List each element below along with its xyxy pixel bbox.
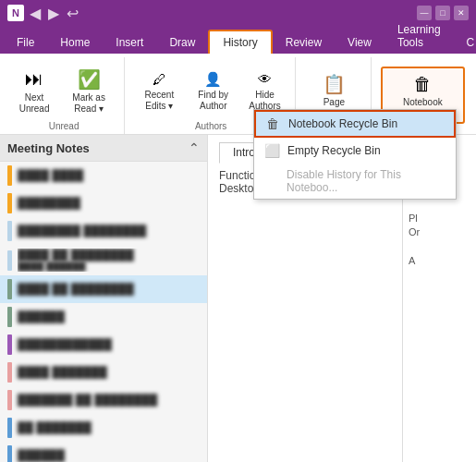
sidebar-item-10-color — [7, 418, 12, 438]
sidebar-item-1[interactable]: ████ ████ — [0, 162, 207, 189]
sidebar-item-8[interactable]: ████ ███████ — [0, 359, 207, 386]
mark-as-read-label: Mark as Read ▾ — [66, 92, 112, 115]
quick-access-btn[interactable]: ↩ — [67, 5, 79, 22]
find-by-author-icon: 👤 — [203, 69, 224, 90]
sidebar-item-5-text: ████ ██ ████████ — [18, 283, 200, 296]
sidebar-item-4-sub: ████ ██████ — [18, 261, 200, 272]
dropdown-recycle-bin-icon: 🗑 — [264, 116, 281, 132]
sidebar-item-6-text: ██████ — [18, 310, 200, 323]
sidebar-item-6[interactable]: ██████ — [0, 303, 207, 331]
dropdown-empty-recycle-bin[interactable]: ⬜ Empty Recycle Bin — [254, 138, 456, 164]
back-btn[interactable]: ◀ — [30, 5, 41, 22]
sidebar-item-11[interactable]: ██████ — [0, 442, 207, 462]
mark-as-read-icon: ✅ — [76, 67, 102, 92]
sidebar-item-2-color — [7, 193, 12, 213]
sidebar-item-9-color — [7, 390, 12, 410]
tab-learningtools[interactable]: Learning Tools — [384, 18, 454, 54]
title-bar-nav: ◀ ▶ ↩ — [30, 5, 79, 22]
sidebar-item-8-color — [7, 362, 12, 383]
hide-authors-button[interactable]: 👁 Hide Authors — [242, 67, 287, 114]
sidebar-item-9[interactable]: ███████ ██ ████████ — [0, 386, 207, 414]
sidebar-item-2[interactable]: ████████ — [0, 189, 207, 217]
next-unread-icon: ⏭ — [21, 67, 47, 92]
ribbon-group-unread: ⏭ Next Unread ✅ Mark as Read ▾ Unread — [4, 57, 125, 134]
tab-insert[interactable]: Insert — [103, 31, 156, 54]
find-by-author-label: Find by Author — [192, 90, 235, 112]
sidebar-item-4-text: ████ ██ ████████ — [18, 249, 200, 261]
mark-as-read-button[interactable]: ✅ Mark as Read ▾ — [61, 64, 116, 117]
sidebar-item-5[interactable]: ████ ██ ████████ — [0, 275, 207, 303]
app-icon: N — [7, 5, 24, 21]
unread-group-label: Unread — [49, 119, 79, 134]
authors-group-label: Authors — [195, 119, 226, 134]
right-panel-line-4: Pl — [409, 212, 470, 225]
forward-btn[interactable]: ▶ — [48, 5, 59, 22]
sidebar-item-2-text: ████████ — [18, 197, 200, 210]
dropdown-empty-label: Empty Recycle Bin — [287, 144, 381, 157]
sidebar-item-10[interactable]: ██ ███████ — [0, 414, 207, 442]
sidebar-item-8-text: ████ ███████ — [18, 366, 200, 379]
sidebar-title: Meeting Notes — [7, 141, 185, 155]
find-by-author-button[interactable]: 👤 Find by Author — [189, 67, 238, 114]
recent-edits-button[interactable]: 🖊 Recent Edits ▾ — [134, 67, 184, 114]
tab-file[interactable]: File — [4, 31, 47, 54]
sidebar-item-7[interactable]: ████████████ — [0, 331, 207, 359]
notebook-recycle-bin-icon: 🗑 — [409, 71, 435, 97]
next-unread-label: Next Unread — [16, 92, 53, 115]
sidebar-item-7-text: ████████████ — [18, 338, 200, 351]
tab-review[interactable]: Review — [273, 31, 335, 54]
ribbon-tabs: File Home Insert Draw History Review Vie… — [0, 26, 476, 54]
sidebar-item-7-color — [7, 334, 12, 355]
sidebar-item-11-color — [7, 445, 12, 462]
sidebar-item-4-color — [7, 250, 12, 271]
page-versions-icon: 📋 — [321, 71, 347, 97]
sidebar-item-1-color — [7, 165, 12, 186]
tab-home[interactable]: Home — [47, 31, 103, 54]
dropdown-menu: 🗑 Notebook Recycle Bin ⬜ Empty Recycle B… — [253, 109, 457, 200]
sidebar-item-5-color — [7, 279, 12, 299]
dropdown-disable-label: Disable History for This Noteboo... — [287, 168, 446, 194]
sidebar-item-3-color — [7, 221, 12, 241]
right-panel-line-6: A — [409, 254, 470, 268]
tab-draw[interactable]: Draw — [156, 31, 208, 54]
unread-buttons: ⏭ Next Unread ✅ Mark as Read ▾ — [11, 61, 116, 119]
dropdown-notebook-recycle-bin[interactable]: 🗑 Notebook Recycle Bin — [254, 110, 456, 138]
recent-edits-icon: 🖊 — [149, 69, 169, 90]
right-panel-line-5: Or — [409, 225, 470, 239]
dropdown-disable-icon — [263, 173, 279, 189]
hide-authors-icon: 👁 — [255, 69, 275, 90]
tab-view[interactable]: View — [335, 31, 384, 54]
sidebar-item-6-color — [7, 307, 12, 327]
dropdown-disable-history: Disable History for This Noteboo... — [254, 164, 456, 199]
tab-more[interactable]: C — [454, 31, 476, 54]
hide-authors-label: Hide Authors — [246, 90, 284, 112]
sidebar-header: Meeting Notes ⌃ — [0, 135, 207, 162]
sidebar: Meeting Notes ⌃ ████ ████ ████████ █████… — [0, 135, 208, 462]
sidebar-item-3-text: ████████ ████████ — [18, 225, 200, 237]
sidebar-item-9-text: ███████ ██ ████████ — [18, 394, 200, 407]
tab-history[interactable]: History — [208, 30, 272, 54]
close-btn[interactable]: ✕ — [454, 6, 469, 20]
sidebar-item-3[interactable]: ████████ ████████ — [0, 217, 207, 245]
sidebar-item-11-text: ██████ — [18, 449, 200, 462]
sidebar-item-10-text: ██ ███████ — [18, 421, 200, 434]
dropdown-empty-icon: ⬜ — [263, 142, 280, 159]
next-unread-button[interactable]: ⏭ Next Unread — [11, 64, 57, 117]
sidebar-item-1-text: ████ ████ — [18, 169, 200, 182]
sidebar-item-4[interactable]: ████ ██ ████████ ████ ██████ — [0, 245, 207, 275]
recent-edits-label: Recent Edits ▾ — [138, 90, 180, 112]
dropdown-recycle-bin-label: Notebook Recycle Bin — [288, 117, 397, 130]
sidebar-expand-icon[interactable]: ⌃ — [189, 140, 200, 155]
